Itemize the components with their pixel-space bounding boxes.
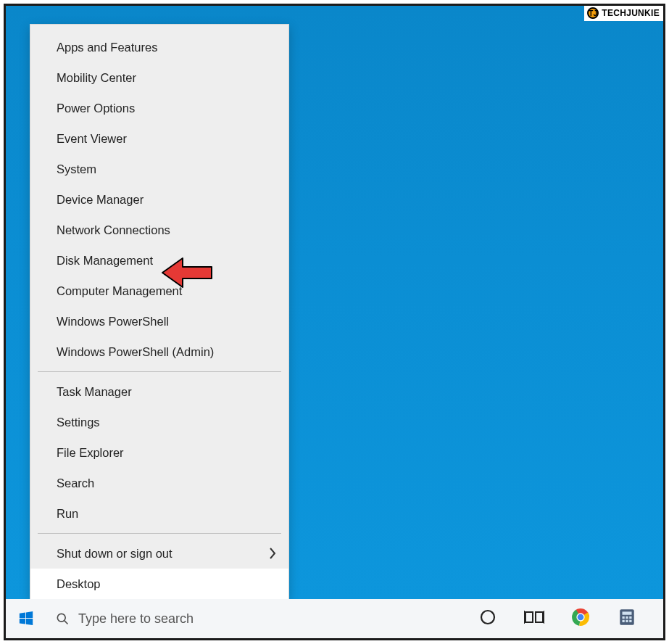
menu-item-windows-powershell-admin[interactable]: Windows PowerShell (Admin): [30, 337, 288, 367]
cortana-icon: [479, 608, 496, 629]
taskbar-app-task-view[interactable]: [520, 604, 549, 633]
taskbar-app-calculator[interactable]: [612, 604, 641, 633]
menu-item-label: Apps and Features: [57, 39, 157, 55]
menu-item-label: System: [57, 161, 96, 177]
svg-rect-15: [629, 616, 631, 619]
menu-item-run[interactable]: Run: [30, 498, 288, 529]
menu-item-label: Settings: [57, 414, 100, 430]
svg-rect-4: [536, 612, 543, 622]
menu-item-windows-powershell[interactable]: Windows PowerShell: [30, 306, 288, 337]
menu-item-search[interactable]: Search: [30, 468, 288, 498]
menu-item-desktop[interactable]: Desktop: [30, 569, 288, 599]
menu-item-disk-management[interactable]: Disk Management: [30, 245, 288, 276]
svg-line-1: [65, 621, 68, 624]
taskbar-app-cortana[interactable]: [473, 604, 502, 633]
menu-item-label: Mobility Center: [57, 70, 136, 86]
menu-item-shut-down-or-sign-out[interactable]: Shut down or sign out: [30, 538, 288, 569]
menu-item-mobility-center[interactable]: Mobility Center: [30, 62, 288, 93]
menu-item-label: Disk Management: [57, 252, 153, 268]
svg-point-0: [57, 614, 65, 622]
menu-item-label: Event Viewer: [57, 131, 127, 146]
menu-item-task-manager[interactable]: Task Manager: [30, 376, 288, 407]
svg-rect-16: [623, 620, 625, 622]
calculator-icon: [618, 608, 636, 629]
menu-item-label: File Explorer: [57, 445, 124, 461]
taskbar-search[interactable]: Type here to search: [46, 604, 351, 633]
menu-item-apps-and-features[interactable]: Apps and Features: [30, 32, 288, 62]
windows-logo-icon: [18, 611, 34, 627]
search-placeholder: Type here to search: [78, 611, 194, 627]
menu-item-event-viewer[interactable]: Event Viewer: [30, 123, 288, 154]
search-icon: [55, 611, 70, 626]
menu-item-label: Search: [57, 475, 94, 491]
menu-item-label: Network Connections: [57, 222, 170, 238]
svg-rect-13: [623, 616, 625, 619]
menu-item-label: Run: [57, 505, 78, 521]
menu-item-system[interactable]: System: [30, 154, 288, 184]
watermark-text: TECHJUNKIE: [602, 8, 660, 18]
menu-separator: [38, 533, 281, 534]
menu-item-label: Computer Management: [57, 283, 182, 299]
taskbar-pinned-apps: [473, 604, 663, 633]
menu-item-label: Desktop: [57, 576, 101, 592]
menu-separator: [38, 371, 281, 372]
svg-point-10: [578, 614, 584, 621]
watermark: TJ TECHJUNKIE: [584, 5, 664, 21]
chrome-icon: [571, 608, 590, 629]
menu-item-computer-management[interactable]: Computer Management: [30, 276, 288, 306]
svg-rect-14: [626, 616, 628, 619]
menu-item-file-explorer[interactable]: File Explorer: [30, 437, 288, 468]
winx-context-menu: Apps and FeaturesMobility CenterPower Op…: [30, 25, 288, 599]
menu-item-label: Windows PowerShell (Admin): [57, 344, 214, 360]
svg-rect-18: [629, 620, 631, 622]
watermark-icon: TJ: [587, 7, 599, 19]
task-view-icon: [524, 608, 544, 629]
menu-item-device-manager[interactable]: Device Manager: [30, 184, 288, 215]
menu-item-label: Shut down or sign out: [57, 545, 173, 561]
svg-point-2: [481, 611, 494, 624]
taskbar: Type here to search: [6, 599, 663, 638]
menu-item-settings[interactable]: Settings: [30, 407, 288, 437]
menu-item-network-connections[interactable]: Network Connections: [30, 215, 288, 245]
menu-item-label: Task Manager: [57, 384, 132, 400]
svg-rect-3: [525, 612, 533, 622]
chevron-right-icon: [268, 547, 277, 560]
screenshot-frame: TJ TECHJUNKIE Apps and FeaturesMobility …: [4, 4, 665, 640]
start-button[interactable]: [6, 599, 46, 638]
menu-item-label: Power Options: [57, 100, 135, 116]
taskbar-app-chrome[interactable]: [566, 604, 595, 633]
svg-rect-17: [626, 620, 628, 622]
svg-rect-12: [623, 611, 632, 614]
menu-item-label: Windows PowerShell: [57, 313, 169, 329]
menu-item-power-options[interactable]: Power Options: [30, 93, 288, 123]
menu-item-label: Device Manager: [57, 191, 144, 207]
